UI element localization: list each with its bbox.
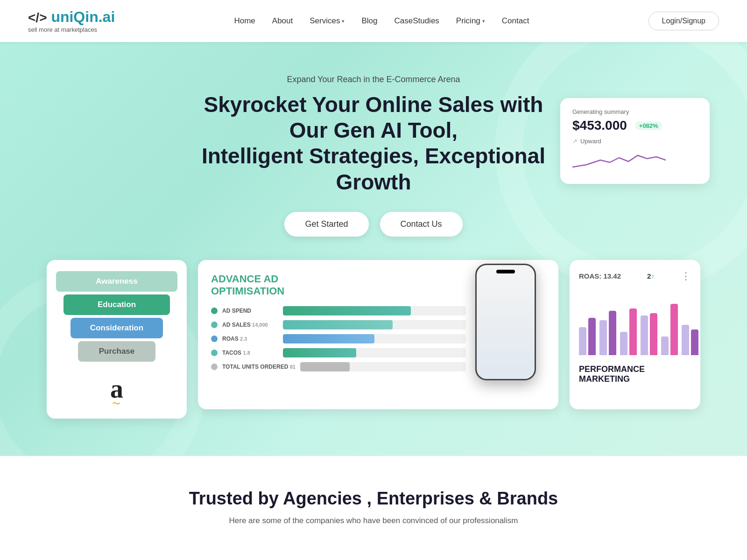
code-open: </> [28,10,47,25]
bar-group-2 [599,311,616,355]
metric-dot-tacos [211,350,218,356]
metric-dot-green [211,308,218,314]
summary-badge: +082% [635,121,662,130]
funnel-consideration: Consideration [70,318,163,338]
phone-frame [475,264,536,380]
nav-contact[interactable]: Contact [502,16,529,26]
bar-purple-2 [609,311,616,355]
metric-dot-blue [211,336,218,342]
funnel-education: Education [63,294,170,315]
hero-subtitle: Expand Your Reach in the E-Commerce Aren… [28,75,719,84]
nav-pricing[interactable]: Pricing ▾ [456,16,485,26]
nav-blog[interactable]: Blog [361,16,377,26]
summary-amount-row: $453.000 +082% [572,118,698,133]
summary-label: Generating summary [572,108,698,115]
logo-tagline: sell more at marketplaces [28,26,97,33]
metric-tacos: TACOS 1.8 [211,348,466,357]
bar-lavender-6 [682,325,689,355]
cards-row: Awareness Education Consideration Purcha… [47,260,700,419]
metric-ad-sales: AD SALES 14,000 [211,320,466,329]
ad-metrics: AD SPEND AD SALES 14,000 ROAS 2.3 [211,306,466,371]
ad-title: ADVANCE AD OPTIMISATION [211,273,466,298]
bar-lavender-2 [599,320,607,355]
amazon-logo-wrap: a 〜 [110,374,123,409]
trusted-subtitle: Here are some of the companies who have … [28,516,719,525]
pricing-dropdown-arrow: ▾ [482,18,485,24]
amazon-smile-icon: 〜 [110,398,123,409]
bar-group-4 [641,313,657,355]
bar-chart [579,290,691,355]
bar-lavender-3 [620,332,627,355]
ad-title-line2: OPTIMISATION [211,285,284,297]
phone-screen [477,265,535,379]
perf-count: 2↑ [647,272,655,280]
trusted-section: Trusted by Agencies , Enterprises & Bran… [0,456,747,553]
get-started-button[interactable]: Get Started [284,212,368,237]
nav-links: Home About Services ▾ Blog CaseStudies P… [234,16,529,26]
logo-brand: uniQin.ai [51,8,115,25]
nav-services[interactable]: Services ▾ [310,16,345,26]
hero-title-line1: Skyrocket Your Online Sales with Our Gen… [204,92,543,142]
hero-buttons: Get Started Contact Us [28,212,719,237]
upward-arrow-icon: ↗ [572,138,578,145]
contact-us-button[interactable]: Contact Us [380,212,463,237]
bar-lavender-4 [641,315,648,355]
ad-title-line1: ADVANCE AD [211,273,278,285]
bar-purple-1 [588,318,596,355]
logo-text: </> uniQin.ai [28,9,115,25]
metric-ad-spend: AD SPEND [211,306,466,315]
sparkline-chart [572,148,698,174]
metric-dot-gray [211,364,218,370]
hero-section: Expand Your Reach in the E-Commerce Aren… [0,42,747,456]
bar-pink-5 [670,304,678,355]
nav-case-studies[interactable]: CaseStudies [394,16,439,26]
bar-lavender-1 [579,327,586,355]
login-signup-button[interactable]: Login/Signup [648,12,719,30]
performance-card: ROAS: 13.42 2↑ ⋮ [570,260,700,409]
summary-card: Generating summary $453.000 +082% ↗ Upwa… [560,98,710,184]
hero-title-line2: Intelligent Strategies, Exceptional Grow… [202,144,545,194]
funnel-card: Awareness Education Consideration Purcha… [47,260,187,419]
trusted-title: Trusted by Agencies , Enterprises & Bran… [28,489,719,509]
bar-lavender-5 [661,336,669,355]
metric-dot-teal [211,322,218,328]
bar-group-1 [579,318,596,355]
perf-header: ROAS: 13.42 2↑ ⋮ [579,270,691,282]
summary-amount: $453.000 [572,118,627,133]
ad-card: ADVANCE AD OPTIMISATION AD SPEND AD SALE… [198,260,558,409]
metric-roas: ROAS 2.3 [211,334,466,343]
bar-group-6 [682,325,698,355]
bar-pink-3 [629,308,637,355]
phone-mockup [475,264,545,385]
roas-value: ROAS: 13.42 [579,272,621,280]
services-dropdown-arrow: ▾ [342,18,345,24]
bar-group-3 [620,308,637,355]
funnel-awareness: Awareness [56,271,177,292]
bar-purple-6 [691,329,698,355]
perf-menu-icon[interactable]: ⋮ [681,270,691,282]
nav-home[interactable]: Home [234,16,255,26]
navbar: </> uniQin.ai sell more at marketplaces … [0,0,747,42]
logo[interactable]: </> uniQin.ai sell more at marketplaces [28,9,115,33]
phone-notch [496,270,515,273]
nav-about[interactable]: About [272,16,293,26]
perf-title: PERFORMANCE MARKETING [579,364,691,385]
bar-group-5 [661,304,678,355]
upward-label: Upward [580,138,601,145]
funnel-purchase: Purchase [78,341,155,362]
hero-title: Skyrocket Your Online Sales with Our Gen… [187,92,560,195]
metric-units: TOTAL UNITS ORDERED 81 [211,362,466,371]
ad-content: ADVANCE AD OPTIMISATION AD SPEND AD SALE… [211,273,466,371]
bar-pink-4 [650,313,657,355]
